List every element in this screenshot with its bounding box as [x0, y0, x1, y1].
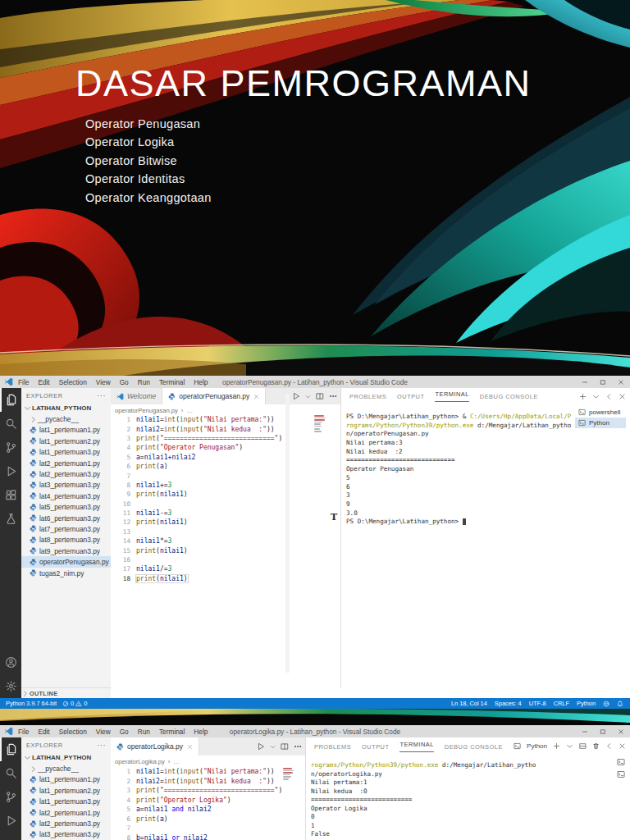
menu-item-view[interactable]: View	[96, 728, 111, 736]
code-editor[interactable]: 1nilai1=int(input("Nilai pertama:"))2nil…	[111, 767, 305, 840]
activity-files-icon[interactable]	[0, 388, 21, 412]
activity-search-icon[interactable]	[0, 412, 21, 436]
activity-search-icon[interactable]	[0, 761, 21, 785]
run-dropdown-icon[interactable]	[270, 744, 276, 750]
activity-account-icon[interactable]	[0, 651, 21, 674]
terminal-instance-powershell[interactable]: powershell	[575, 407, 626, 418]
notifications-bell-icon[interactable]	[617, 701, 623, 707]
terminal-dropdown-icon[interactable]	[566, 742, 573, 750]
activity-scm-icon[interactable]	[0, 785, 21, 809]
terminal-output[interactable]: rograms/Python/Python39/python.exe d:/Me…	[311, 761, 606, 840]
minimize-button[interactable]	[576, 725, 594, 737]
menu-item-terminal[interactable]: Terminal	[159, 728, 185, 736]
breadcrumb-symbol[interactable]: …	[173, 758, 180, 765]
explorer-file[interactable]: lat9_pertemuan3.py	[21, 546, 111, 556]
menu-item-selection[interactable]: Selection	[59, 728, 87, 736]
close-icon[interactable]	[187, 744, 193, 750]
explorer-folder[interactable]: __pycache__	[21, 413, 111, 424]
maximize-button[interactable]	[594, 725, 612, 737]
explorer-file[interactable]: lat3_pertemuan3.py	[21, 829, 111, 840]
explorer-file[interactable]: lat2_pertemuan1.py	[21, 458, 111, 468]
explorer-file[interactable]: lat4_pertemuan3.py	[21, 491, 111, 501]
explorer-file[interactable]: lat1_pertemuan2.py	[21, 436, 111, 446]
explorer-root-folder[interactable]: LATIHAN_PYTHON	[21, 403, 111, 413]
explorer-file[interactable]: lat1_pertemuan3.py	[21, 447, 111, 458]
explorer-more-actions[interactable]: ···	[97, 741, 106, 749]
menu-item-go[interactable]: Go	[120, 728, 129, 736]
menu-item-edit[interactable]: Edit	[38, 728, 49, 736]
explorer-file[interactable]: lat1_pertemuan3.py	[21, 797, 111, 807]
close-button[interactable]	[612, 725, 630, 737]
activity-debug-icon[interactable]	[0, 459, 21, 483]
code-editor[interactable]: 1nilai1=int(input("Nilai pertama:"))2nil…	[111, 415, 340, 583]
more-actions-icon[interactable]	[329, 392, 337, 400]
status-python[interactable]: Python	[577, 700, 596, 707]
collapse-panel-icon[interactable]	[605, 742, 613, 750]
split-terminal-icon[interactable]	[579, 742, 587, 750]
status-crlf[interactable]: CRLF	[554, 700, 569, 707]
terminal-instance-icon[interactable]	[617, 758, 625, 766]
panel-tab-output[interactable]: OUTPUT	[362, 743, 389, 751]
explorer-file[interactable]: lat8_pertemuan3.py	[21, 535, 111, 546]
explorer-file[interactable]: lat1_pertemuan2.py	[21, 785, 111, 796]
breadcrumb-file[interactable]: operatorPenugasan.py	[115, 407, 178, 414]
explorer-file[interactable]: lat2_pertemuan1.py	[21, 807, 111, 818]
menu-item-file[interactable]: File	[18, 378, 29, 386]
new-terminal-icon[interactable]	[553, 742, 560, 750]
explorer-file[interactable]: lat5_pertemuan3.py	[21, 502, 111, 513]
run-python-file-icon[interactable]	[257, 742, 265, 751]
explorer-file[interactable]: lat2_pertemuan3.py	[21, 468, 111, 479]
explorer-more-actions[interactable]: ···	[97, 391, 106, 399]
minimap[interactable]	[314, 415, 327, 448]
activity-ext-icon[interactable]	[0, 483, 21, 507]
maximize-button[interactable]	[594, 376, 612, 388]
menu-item-go[interactable]: Go	[120, 378, 129, 386]
explorer-file[interactable]: lat2_pertemuan3.py	[21, 818, 111, 829]
menu-item-terminal[interactable]: Terminal	[159, 378, 185, 386]
menu-item-run[interactable]: Run	[138, 728, 150, 736]
activity-gear-icon[interactable]	[0, 674, 21, 698]
terminal-instance-python[interactable]: Python	[575, 418, 626, 428]
close-icon[interactable]	[253, 394, 259, 399]
breadcrumb-symbol[interactable]: …	[186, 407, 193, 414]
activity-test-icon[interactable]	[0, 507, 21, 531]
close-button[interactable]	[612, 376, 630, 388]
explorer-file[interactable]: tugas2_nim.py	[21, 568, 111, 578]
explorer-file[interactable]: lat3_pertemuan3.py	[21, 480, 111, 491]
panel-tab-terminal[interactable]: TERMINAL	[399, 741, 433, 752]
menu-item-file[interactable]: File	[18, 728, 29, 736]
editor-tab-welcome[interactable]: Welcome	[111, 388, 162, 404]
explorer-file[interactable]: lat7_pertemuan3.py	[21, 523, 111, 534]
problems-status[interactable]: 0 0	[62, 700, 87, 707]
status-ln-18-col-14[interactable]: Ln 18, Col 14	[451, 700, 487, 707]
panel-tab-terminal[interactable]: TERMINAL	[435, 390, 468, 402]
menu-item-view[interactable]: View	[96, 378, 111, 386]
split-editor-icon[interactable]	[316, 392, 324, 400]
editor-scrollbar[interactable]	[285, 394, 290, 673]
terminal-instance-icon[interactable]	[617, 770, 625, 778]
terminal-dropdown-icon[interactable]	[592, 393, 600, 400]
minimap[interactable]	[283, 768, 296, 792]
menu-item-edit[interactable]: Edit	[38, 378, 49, 386]
menu-item-run[interactable]: Run	[138, 378, 150, 386]
new-terminal-icon[interactable]	[579, 393, 587, 400]
run-dropdown-icon[interactable]	[305, 394, 311, 399]
panel-tab-debug-console[interactable]: DEBUG CONSOLE	[480, 393, 538, 400]
terminal-output[interactable]: PS D:\Mengajar\Latihan_python> & C:/User…	[346, 413, 573, 527]
status-spaces-4[interactable]: Spaces: 4	[495, 700, 522, 707]
explorer-file[interactable]: operatorPenugasan.py	[21, 556, 111, 567]
python-interpreter-status[interactable]: Python 3.9.7 64-bit	[6, 700, 57, 707]
menu-item-help[interactable]: Help	[194, 378, 208, 386]
panel-tab-debug-console[interactable]: DEBUG CONSOLE	[445, 743, 503, 751]
menu-item-help[interactable]: Help	[194, 728, 208, 736]
panel-tab-problems[interactable]: PROBLEMS	[314, 743, 351, 751]
close-panel-icon[interactable]	[619, 393, 626, 400]
menu-item-selection[interactable]: Selection	[59, 378, 87, 386]
explorer-file[interactable]: lat1_pertemuan1.py	[21, 774, 111, 785]
minimize-button[interactable]	[576, 376, 594, 388]
active-shell-label[interactable]: Python	[527, 742, 547, 750]
status-utf-8[interactable]: UTF-8	[529, 700, 546, 707]
feedback-icon[interactable]	[603, 701, 609, 707]
outline-section[interactable]: OUTLINE	[21, 687, 111, 699]
editor-tab-operatorpenugasan-py[interactable]: operatorPenugasan.py	[162, 388, 266, 404]
